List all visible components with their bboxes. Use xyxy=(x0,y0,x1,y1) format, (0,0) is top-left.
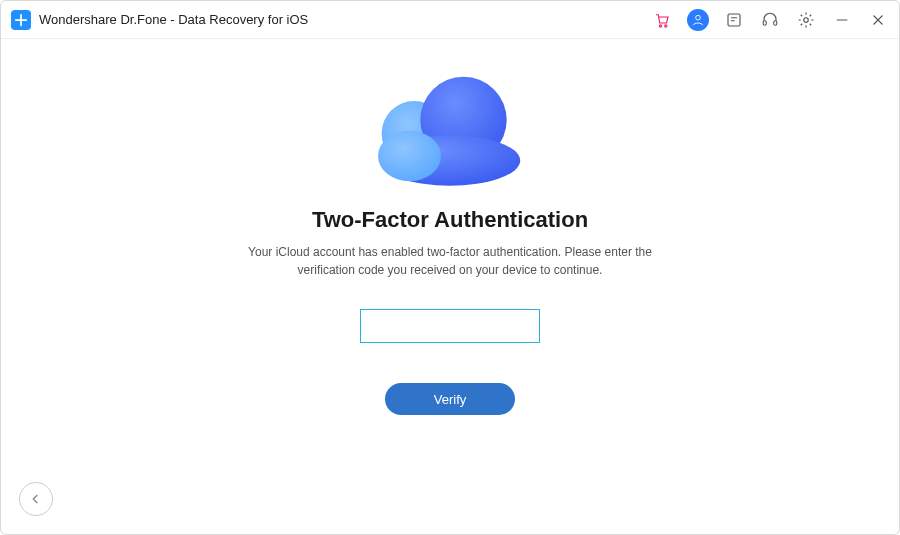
verify-button[interactable]: Verify xyxy=(385,383,515,415)
cart-icon[interactable] xyxy=(651,9,673,31)
svg-rect-4 xyxy=(763,20,766,25)
back-button[interactable] xyxy=(19,482,53,516)
app-title: Wondershare Dr.Fone - Data Recovery for … xyxy=(39,12,308,27)
page-subtext: Your iCloud account has enabled two-fact… xyxy=(220,243,680,279)
page-heading: Two-Factor Authentication xyxy=(312,207,588,233)
support-icon[interactable] xyxy=(759,9,781,31)
user-icon[interactable] xyxy=(687,9,709,31)
svg-point-6 xyxy=(804,17,809,22)
svg-point-2 xyxy=(696,15,701,20)
app-window: Wondershare Dr.Fone - Data Recovery for … xyxy=(0,0,900,535)
verification-code-input[interactable] xyxy=(360,309,540,343)
svg-point-0 xyxy=(659,24,661,26)
titlebar-buttons xyxy=(651,9,889,31)
close-button[interactable] xyxy=(867,9,889,31)
app-logo-icon xyxy=(11,10,31,30)
svg-rect-5 xyxy=(774,20,777,25)
icloud-icon xyxy=(360,69,540,189)
titlebar: Wondershare Dr.Fone - Data Recovery for … xyxy=(1,1,899,39)
svg-rect-3 xyxy=(728,14,740,26)
minimize-button[interactable] xyxy=(831,9,853,31)
svg-point-10 xyxy=(378,131,441,181)
feedback-icon[interactable] xyxy=(723,9,745,31)
svg-point-1 xyxy=(665,24,667,26)
settings-icon[interactable] xyxy=(795,9,817,31)
main-content: Two-Factor Authentication Your iCloud ac… xyxy=(1,39,899,534)
